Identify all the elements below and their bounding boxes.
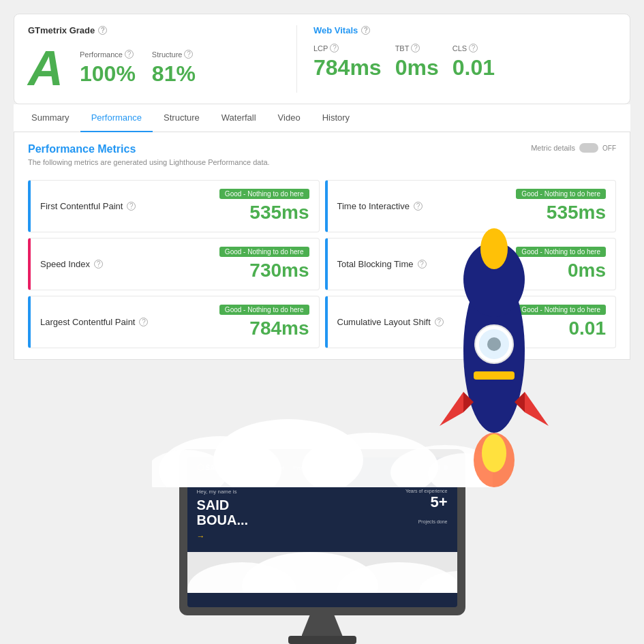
lcp-metric-value: 784ms xyxy=(219,318,309,339)
tti-label: Time to Interactive xyxy=(337,201,410,211)
tab-summary[interactable]: Summary xyxy=(20,104,80,132)
tbt-info-icon[interactable]: ? xyxy=(411,44,420,52)
metric-card-si: Speed Index ? Good - Nothing to do here … xyxy=(28,238,320,290)
tbt-badge: Good - Nothing to do here xyxy=(516,247,606,257)
monitor-base xyxy=(302,615,343,636)
performance-value: 100% xyxy=(80,61,136,87)
cls-metric-info-icon[interactable]: ? xyxy=(435,318,444,326)
hero-greeting: Hey, my name is xyxy=(197,489,249,495)
fcp-badge: Good - Nothing to do here xyxy=(219,189,309,199)
vitals-info-icon[interactable]: ? xyxy=(361,26,370,35)
toggle-state: OFF xyxy=(602,144,616,152)
structure-value: 81% xyxy=(152,61,196,87)
years-value: 5+ xyxy=(405,493,448,511)
cls-metric-label: Cumulative Layout Shift xyxy=(337,317,431,327)
lcp-vital: LCP ? 784ms xyxy=(313,44,382,80)
tbt-vital: TBT ? 0ms xyxy=(395,44,439,80)
tti-badge: Good - Nothing to do here xyxy=(516,189,606,199)
structure-info-icon[interactable]: ? xyxy=(184,50,193,59)
grade-title: GTmetrix Grade xyxy=(28,25,95,35)
si-label: Speed Index xyxy=(40,259,90,269)
cls-metric-value: 0.01 xyxy=(516,318,606,339)
tabs: Summary Performance Structure Waterfall … xyxy=(14,104,630,132)
cls-value: 0.01 xyxy=(453,55,495,80)
grade-section: GTmetrix Grade ? A Performance ? 100% xyxy=(28,25,297,93)
tabs-container: Summary Performance Structure Waterfall … xyxy=(14,104,630,132)
tti-info-icon[interactable]: ? xyxy=(414,202,423,211)
years-label: Years of experience xyxy=(405,489,448,493)
nav-about: About xyxy=(270,465,284,471)
metrics-section: Performance Metrics The following metric… xyxy=(14,132,630,360)
svg-point-5 xyxy=(482,434,506,472)
grade-section-title: GTmetrix Grade ? xyxy=(28,25,280,35)
metric-card-cls: Cumulative Layout Shift ? Good - Nothing… xyxy=(325,296,617,348)
vitals-section: Web Vitals ? LCP ? 784ms TBT ? 0ms xyxy=(297,25,616,93)
nav-home: Home xyxy=(245,465,260,471)
cls-vital: CLS ? 0.01 xyxy=(453,44,495,80)
website-logo-text: SAIDBO xyxy=(206,464,232,472)
lcp-metric-info-icon[interactable]: ? xyxy=(139,318,148,326)
tbt-value: 0ms xyxy=(395,55,439,80)
metric-card-tti: Time to Interactive ? Good - Nothing to … xyxy=(325,180,617,232)
si-info-icon[interactable]: ? xyxy=(94,260,103,269)
metrics-toggle[interactable]: Metric details OFF xyxy=(531,143,616,153)
tab-history[interactable]: History xyxy=(311,104,361,132)
svg-point-4 xyxy=(474,433,515,487)
svg-marker-14 xyxy=(515,392,525,412)
metrics-title: Performance Metrics xyxy=(28,143,270,155)
tbt-label: TBT xyxy=(395,44,410,52)
lcp-label: LCP xyxy=(313,44,328,52)
monitor: ⬡ SAIDBO Home About Projects xyxy=(179,449,465,644)
tbt-metric-value: 0ms xyxy=(516,260,606,281)
performance-label: Performance xyxy=(80,50,123,59)
si-badge: Good - Nothing to do here xyxy=(219,247,309,257)
metrics-subtitle: The following metrics are generated usin… xyxy=(28,158,270,166)
structure-label: Structure xyxy=(152,50,183,59)
monitor-illustration: ⬡ SAIDBO Home About Projects xyxy=(179,449,465,644)
metric-card-tbt: Total Blocking Time ? Good - Nothing to … xyxy=(325,238,617,290)
fcp-info-icon[interactable]: ? xyxy=(127,202,136,211)
tab-video[interactable]: Video xyxy=(267,104,311,132)
fcp-value: 535ms xyxy=(219,202,309,224)
si-value: 730ms xyxy=(219,260,309,281)
fcp-label: First Contentful Paint xyxy=(40,201,123,211)
tab-performance[interactable]: Performance xyxy=(80,104,153,132)
performance-info-icon[interactable]: ? xyxy=(125,50,134,59)
tbt-metric-label: Total Blocking Time xyxy=(337,259,414,269)
metric-card-fcp: First Contentful Paint ? Good - Nothing … xyxy=(28,180,320,232)
tab-structure[interactable]: Structure xyxy=(153,104,211,132)
svg-marker-12 xyxy=(463,392,474,412)
nav-projects: Projects xyxy=(294,465,313,471)
projects-label: Projects done xyxy=(405,519,448,524)
gtmetrix-panel: GTmetrix Grade ? A Performance ? 100% xyxy=(14,14,630,104)
hero-arrow-icon: → xyxy=(197,532,249,541)
monitor-screen: ⬡ SAIDBO Home About Projects xyxy=(187,457,457,607)
metric-card-lcp: Largest Contentful Paint ? Good - Nothin… xyxy=(28,296,320,348)
svg-rect-15 xyxy=(474,371,515,380)
nav-dot-3 xyxy=(444,465,448,470)
vitals-title: Web Vitals xyxy=(313,25,358,35)
cls-label: CLS xyxy=(453,44,467,52)
lcp-metric-label: Largest Contentful Paint xyxy=(40,317,135,327)
nav-dot-2 xyxy=(436,465,440,470)
toggle-switch[interactable] xyxy=(579,143,598,153)
nav-dot-1 xyxy=(429,465,433,470)
toggle-label: Metric details xyxy=(531,144,575,152)
metrics-grid: First Contentful Paint ? Good - Nothing … xyxy=(28,180,616,348)
tti-value: 535ms xyxy=(516,202,606,224)
lcp-value: 784ms xyxy=(313,55,382,80)
svg-marker-13 xyxy=(525,392,549,426)
lcp-badge: Good - Nothing to do here xyxy=(219,305,309,315)
lcp-info-icon[interactable]: ? xyxy=(330,44,339,52)
svg-marker-11 xyxy=(440,392,463,426)
tbt-metric-info-icon[interactable]: ? xyxy=(418,260,427,269)
tab-waterfall[interactable]: Waterfall xyxy=(211,104,267,132)
grade-info-icon[interactable]: ? xyxy=(98,26,107,35)
hero-name: SAIDBOUA... xyxy=(197,497,249,527)
cls-info-icon[interactable]: ? xyxy=(469,44,478,52)
performance-metric: Performance ? 100% xyxy=(80,50,136,87)
cls-badge: Good - Nothing to do here xyxy=(516,305,606,315)
structure-metric: Structure ? 81% xyxy=(152,50,196,87)
monitor-stand xyxy=(288,636,356,644)
vitals-section-title: Web Vitals ? xyxy=(313,25,616,35)
